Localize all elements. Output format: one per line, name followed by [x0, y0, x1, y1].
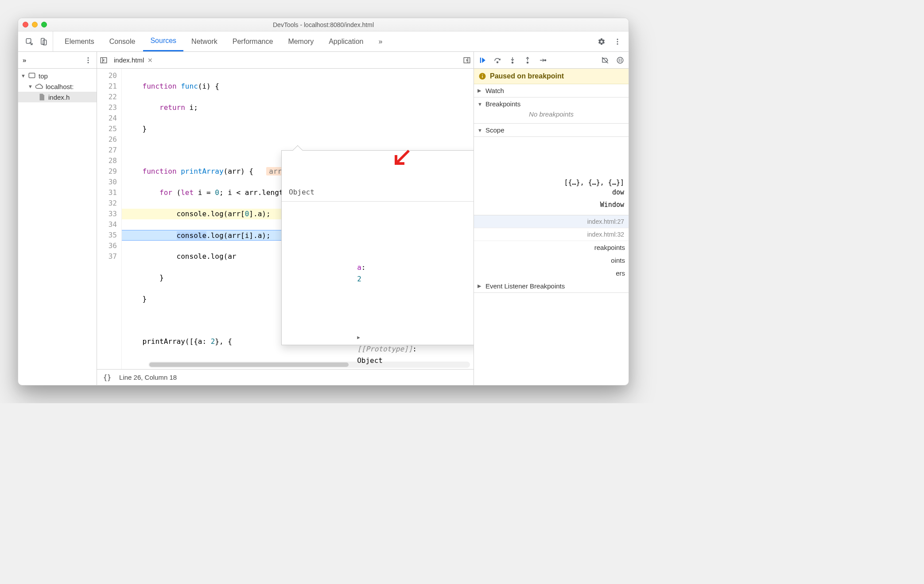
svg-marker-15	[482, 58, 485, 63]
paused-banner: Paused on breakpoint	[474, 69, 629, 84]
svg-rect-14	[480, 58, 481, 63]
tab-memory[interactable]: Memory	[281, 31, 321, 51]
prototype-label: [[Prototype]]	[357, 345, 412, 353]
popup-title: Object	[282, 183, 474, 202]
svg-point-20	[527, 62, 528, 63]
file-tree: ▼ top ▼ localhost:	[18, 69, 97, 104]
code-editor[interactable]: 202122232425262728293031323334353637 fun…	[97, 69, 474, 369]
svg-point-18	[512, 62, 513, 63]
svg-point-6	[88, 57, 89, 58]
more-options-icon[interactable]	[613, 38, 621, 46]
tab-console[interactable]: Console	[102, 31, 143, 51]
chevron-right-icon: ▶	[478, 283, 483, 289]
inspect-element-icon[interactable]	[25, 38, 33, 46]
more-options-icon[interactable]	[84, 56, 92, 64]
tree-label: index.h	[48, 93, 70, 101]
property-value: 2	[357, 275, 361, 283]
pause-on-exceptions-icon[interactable]	[616, 56, 624, 64]
tree-node-top[interactable]: ▼ top	[18, 70, 97, 81]
code-area[interactable]: function func(i) { return i; } function …	[122, 69, 474, 369]
step-into-icon[interactable]	[509, 56, 516, 64]
device-toolbar-icon[interactable]	[39, 38, 47, 46]
svg-point-5	[617, 43, 618, 44]
svg-point-24	[617, 57, 623, 63]
step-over-icon[interactable]	[493, 56, 501, 64]
debugger-toolbar	[474, 52, 629, 69]
scope-value-fragment: Window	[481, 200, 624, 210]
section-title: Watch	[485, 87, 504, 94]
section-fragment: reakpoints	[474, 241, 629, 254]
callstack-location: index.html:32	[587, 231, 624, 238]
step-icon[interactable]	[539, 56, 547, 64]
navigator-pane: » ▼ top ▼ localhost:	[18, 52, 97, 385]
editor-pane: index.html ✕ 202122232425262728293031323…	[97, 52, 474, 385]
editor-tabbar: index.html ✕	[97, 52, 474, 69]
tab-sources[interactable]: Sources	[143, 31, 183, 51]
popup-prototype-row[interactable]: ▶ [[Prototype]]: Object	[289, 319, 474, 369]
section-title: Breakpoints	[485, 100, 520, 108]
cloud-icon	[35, 82, 43, 90]
tab-elements[interactable]: Elements	[58, 31, 101, 51]
prototype-value: Object	[357, 356, 383, 365]
step-out-icon[interactable]	[524, 56, 532, 64]
frame-icon	[28, 72, 36, 80]
tree-label: localhost:	[46, 83, 74, 90]
main-tabbar: Elements Console Sources Network Perform…	[18, 31, 629, 52]
resume-icon[interactable]	[478, 56, 486, 64]
callstack-row[interactable]: index.html:27	[474, 215, 629, 228]
settings-gear-icon[interactable]	[598, 38, 606, 46]
svg-point-16	[497, 62, 498, 63]
chevron-down-icon: ▼	[28, 84, 32, 89]
debugger-pane: Paused on breakpoint ▶Watch ▼Breakpoints…	[474, 52, 629, 385]
toggle-navigator-icon[interactable]	[100, 56, 108, 64]
tree-label: top	[39, 72, 48, 80]
chevron-down-icon: ▼	[478, 101, 483, 107]
tree-node-host[interactable]: ▼ localhost:	[18, 81, 97, 92]
deactivate-breakpoints-icon[interactable]	[601, 56, 609, 64]
svg-point-7	[88, 59, 89, 61]
editor-tab-index[interactable]: index.html ✕	[110, 52, 156, 68]
popup-property[interactable]: a: 2	[289, 250, 474, 296]
close-tab-icon[interactable]: ✕	[148, 57, 153, 64]
svg-rect-9	[29, 73, 35, 78]
section-fragment: oints	[474, 254, 629, 267]
watch-section[interactable]: ▶Watch	[474, 84, 629, 97]
file-icon	[38, 93, 46, 101]
scope-body-partial: [{…}, {…}, {…}] dow Window index.html:27…	[474, 137, 629, 385]
editor-tab-label: index.html	[114, 56, 144, 64]
callstack-row[interactable]: index.html:32	[474, 228, 629, 241]
svg-point-3	[617, 39, 618, 40]
event-listener-breakpoints-section[interactable]: ▶Event Listener Breakpoints	[474, 280, 629, 293]
line-gutter: 202122232425262728293031323334353637	[97, 69, 122, 369]
tab-application[interactable]: Application	[322, 31, 370, 51]
tab-performance[interactable]: Performance	[225, 31, 280, 51]
pretty-print-button[interactable]: {}	[103, 374, 111, 382]
chevron-right-icon: ▶	[357, 332, 361, 343]
scope-value-fragment: [{…}, {…}, {…}]	[481, 178, 624, 187]
section-title: Scope	[485, 126, 505, 134]
scope-value-fragment: dow	[481, 187, 624, 197]
navigator-overflow-button[interactable]: »	[23, 56, 26, 64]
svg-point-22	[545, 59, 546, 61]
main-area: » ▼ top ▼ localhost:	[18, 52, 629, 385]
devtools-window: DevTools - localhost:8080/index.html Ele…	[18, 18, 629, 385]
tab-network[interactable]: Network	[184, 31, 225, 51]
section-fragment: ers	[474, 267, 629, 280]
section-title: Event Listener Breakpoints	[485, 282, 565, 290]
breakpoints-section[interactable]: ▼Breakpoints No breakpoints	[474, 97, 629, 124]
editor-statusbar: {} Line 26, Column 18	[97, 369, 474, 385]
paused-text: Paused on breakpoint	[490, 72, 564, 80]
navigator-toolbar: »	[18, 52, 97, 69]
tree-node-file[interactable]: index.h	[18, 92, 97, 102]
info-icon	[478, 72, 486, 80]
svg-point-4	[617, 41, 618, 42]
chevron-right-icon: ▶	[478, 88, 483, 93]
svg-rect-28	[482, 76, 483, 78]
object-hover-popup[interactable]: Object a: 2 ▶ [[Prototype]]: Object	[281, 150, 474, 345]
chevron-down-icon: ▼	[478, 128, 483, 133]
svg-rect-29	[482, 74, 483, 75]
callstack-location: index.html:27	[587, 218, 624, 225]
scope-section[interactable]: ▼Scope	[474, 124, 629, 137]
toggle-debugger-icon[interactable]	[463, 56, 471, 64]
tabs-overflow-button[interactable]: »	[371, 31, 389, 51]
